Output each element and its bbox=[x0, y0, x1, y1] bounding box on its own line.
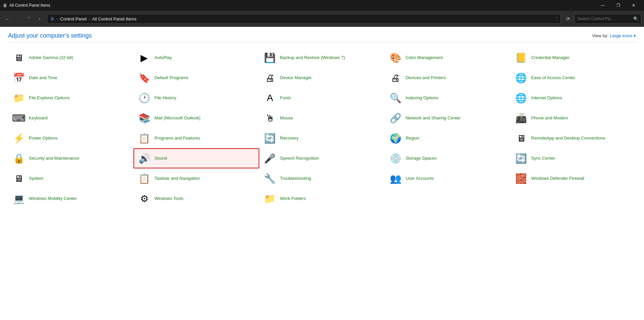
control-item-sound[interactable]: 🔊Sound bbox=[133, 148, 259, 168]
remoteapp-icon: 🖥 bbox=[515, 131, 528, 145]
up-button[interactable]: ↑ bbox=[35, 14, 44, 23]
control-item-credential-manager[interactable]: 📒Credential Manager bbox=[511, 48, 636, 68]
system-label: System bbox=[29, 176, 43, 181]
control-item-autoplay[interactable]: ▶AutoPlay bbox=[133, 48, 259, 68]
control-item-ease-of-access[interactable]: 🌐Ease of Access Center bbox=[511, 68, 636, 88]
internet-options-label: Internet Options bbox=[531, 95, 562, 101]
sync-center-label: Sync Center bbox=[531, 156, 555, 161]
windows-defender-label: Windows Defender Firewall bbox=[531, 176, 584, 181]
control-item-color-management[interactable]: 🎨Color Management bbox=[385, 48, 510, 68]
backup-restore-icon: 💾 bbox=[263, 51, 277, 64]
titlebar: 🖥 All Control Panel Items — ❐ ✕ bbox=[0, 0, 644, 11]
mouse-icon: 🖱 bbox=[263, 111, 277, 125]
windows-mobility-label: Windows Mobility Center bbox=[29, 196, 77, 202]
titlebar-left: 🖥 All Control Panel Items bbox=[3, 3, 50, 8]
control-item-taskbar-navigation[interactable]: 📋Taskbar and Navigation bbox=[133, 168, 259, 189]
keyboard-icon: ⌨ bbox=[12, 111, 25, 125]
security-maintenance-icon: 🔒 bbox=[12, 152, 25, 165]
address-sep2: › bbox=[89, 16, 90, 21]
control-item-phone-modem[interactable]: 📠Phone and Modem bbox=[511, 108, 636, 128]
recovery-label: Recovery bbox=[280, 136, 299, 141]
close-button[interactable]: ✕ bbox=[626, 0, 641, 11]
control-item-device-manager[interactable]: 🖨Device Manager bbox=[259, 68, 385, 88]
control-item-remoteapp[interactable]: 🖥RemoteApp and Desktop Connections bbox=[511, 128, 636, 148]
control-item-windows-tools[interactable]: ⚙Windows Tools bbox=[133, 189, 259, 209]
control-item-mouse[interactable]: 🖱Mouse bbox=[259, 108, 385, 128]
fonts-icon: A bbox=[263, 91, 277, 105]
control-item-windows-defender[interactable]: 🧱Windows Defender Firewall bbox=[511, 168, 636, 189]
search-icon: 🔍 bbox=[633, 16, 638, 21]
taskbar-navigation-icon: 📋 bbox=[138, 172, 151, 185]
network-sharing-label: Network and Sharing Center bbox=[406, 115, 461, 121]
view-by-control: View by: Large icons ▾ bbox=[592, 33, 636, 38]
control-item-keyboard[interactable]: ⌨Keyboard bbox=[8, 108, 133, 128]
control-item-mail[interactable]: 📚Mail (Microsoft Outlook) bbox=[133, 108, 259, 128]
credential-manager-label: Credential Manager bbox=[531, 55, 570, 61]
titlebar-title: All Control Panel Items bbox=[9, 3, 50, 8]
phone-modem-icon: 📠 bbox=[515, 111, 528, 125]
sound-icon: 🔊 bbox=[138, 152, 151, 165]
control-item-file-history[interactable]: 🕐File History bbox=[133, 88, 259, 108]
color-management-icon: 🎨 bbox=[389, 51, 402, 64]
control-item-user-accounts[interactable]: 👥User Accounts bbox=[385, 168, 510, 189]
control-item-backup-restore[interactable]: 💾Backup and Restore (Windows 7) bbox=[259, 48, 385, 68]
control-item-adobe-gamma[interactable]: 🖥Adobe Gamma (32-bit) bbox=[8, 48, 133, 68]
file-history-icon: 🕐 bbox=[138, 91, 151, 105]
windows-tools-label: Windows Tools bbox=[154, 196, 183, 202]
control-item-date-time[interactable]: 📅Date and Time bbox=[8, 68, 133, 88]
address-box[interactable]: 🖥 › Control Panel › All Control Panel It… bbox=[47, 14, 561, 24]
credential-manager-icon: 📒 bbox=[515, 51, 528, 64]
region-label: Region bbox=[406, 136, 419, 141]
dropdown-button[interactable]: ˅ bbox=[24, 14, 34, 23]
search-input[interactable] bbox=[577, 16, 633, 21]
refresh-button[interactable]: ⟳ bbox=[564, 14, 573, 23]
addressbar: ← → ˅ ↑ 🖥 › Control Panel › All Control … bbox=[0, 11, 644, 27]
control-item-default-programs[interactable]: 🔖Default Programs bbox=[133, 68, 259, 88]
control-item-region[interactable]: 🌍Region bbox=[385, 128, 510, 148]
control-item-network-sharing[interactable]: 🔗Network and Sharing Center bbox=[385, 108, 510, 128]
control-item-power-options[interactable]: ⚡Power Options bbox=[8, 128, 133, 148]
address-all-items: All Control Panel Items bbox=[92, 16, 136, 21]
ease-of-access-icon: 🌐 bbox=[515, 71, 528, 85]
devices-printers-label: Devices and Printers bbox=[406, 75, 446, 81]
view-by-value[interactable]: Large icons ▾ bbox=[610, 33, 636, 38]
device-manager-icon: 🖨 bbox=[263, 71, 277, 85]
items-grid: 🖥Adobe Gamma (32-bit)▶AutoPlay💾Backup an… bbox=[8, 48, 636, 209]
titlebar-controls: — ❐ ✕ bbox=[595, 0, 641, 11]
control-item-speech-recognition[interactable]: 🎤Speech Recognition bbox=[259, 148, 385, 168]
system-icon: 🖥 bbox=[12, 172, 25, 185]
indexing-label: Indexing Options bbox=[406, 95, 438, 101]
address-chevron-icon[interactable]: ˅ bbox=[555, 16, 558, 21]
search-box[interactable]: 🔍 bbox=[574, 14, 641, 24]
control-item-indexing[interactable]: 🔍Indexing Options bbox=[385, 88, 510, 108]
storage-spaces-icon: 💿 bbox=[389, 152, 402, 165]
programs-features-label: Programs and Features bbox=[154, 136, 200, 141]
minimize-button[interactable]: — bbox=[595, 0, 610, 11]
internet-options-icon: 🌐 bbox=[515, 91, 528, 105]
address-control-panel: Control Panel bbox=[60, 16, 87, 21]
control-item-sync-center[interactable]: 🔄Sync Center bbox=[511, 148, 636, 168]
region-icon: 🌍 bbox=[389, 131, 402, 145]
control-item-programs-features[interactable]: 📋Programs and Features bbox=[133, 128, 259, 148]
speech-recognition-icon: 🎤 bbox=[263, 152, 277, 165]
control-item-system[interactable]: 🖥System bbox=[8, 168, 133, 189]
default-programs-icon: 🔖 bbox=[138, 71, 151, 85]
mouse-label: Mouse bbox=[280, 115, 293, 121]
keyboard-label: Keyboard bbox=[29, 115, 48, 121]
control-item-devices-printers[interactable]: 🖨Devices and Printers bbox=[385, 68, 510, 88]
address-icon: 🖥 bbox=[50, 16, 55, 21]
control-item-internet-options[interactable]: 🌐Internet Options bbox=[511, 88, 636, 108]
control-item-work-folders[interactable]: 📁Work Folders bbox=[259, 189, 385, 209]
forward-button[interactable]: → bbox=[13, 14, 23, 23]
phone-modem-label: Phone and Modem bbox=[531, 115, 568, 121]
back-button[interactable]: ← bbox=[3, 14, 12, 23]
control-item-security-maintenance[interactable]: 🔒Security and Maintenance bbox=[8, 148, 133, 168]
control-item-file-explorer[interactable]: 📁File Explorer Options bbox=[8, 88, 133, 108]
maximize-button[interactable]: ❐ bbox=[610, 0, 626, 11]
control-item-recovery[interactable]: 🔄Recovery bbox=[259, 128, 385, 148]
control-item-fonts[interactable]: AFonts bbox=[259, 88, 385, 108]
control-item-troubleshooting[interactable]: 🔧Troubleshooting bbox=[259, 168, 385, 189]
backup-restore-label: Backup and Restore (Windows 7) bbox=[280, 55, 345, 61]
control-item-windows-mobility[interactable]: 💻Windows Mobility Center bbox=[8, 189, 133, 209]
control-item-storage-spaces[interactable]: 💿Storage Spaces bbox=[385, 148, 510, 168]
